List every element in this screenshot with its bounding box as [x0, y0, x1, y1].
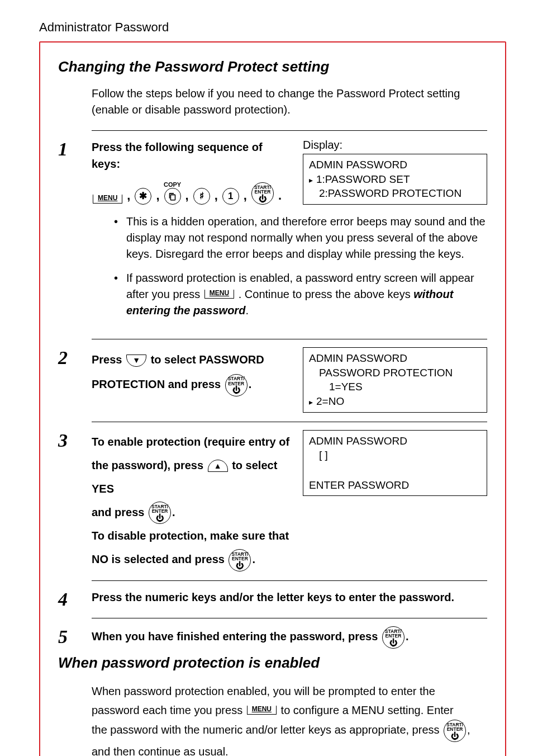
- page-number: 32: [46, 754, 58, 756]
- step-2: 2 Press ▼ to select PASSWORD PROTECTION …: [58, 347, 487, 413]
- copy-key-icon: [164, 188, 181, 205]
- start-enter-key-icon: START/ ENTER ⏻: [382, 626, 404, 649]
- display-label: Display:: [303, 139, 487, 152]
- key-sequence: MENU , ✱ , , ♯ , 1 ,: [92, 182, 293, 205]
- hash-key-icon: ♯: [193, 188, 210, 205]
- menu-key-icon: MENU: [204, 290, 234, 299]
- step1-bullet-1: This is a hidden operation, and therefor…: [114, 214, 487, 262]
- display-box-2: ADMIN PASSWORD PASSWORD PROTECTION 1=YES…: [303, 347, 487, 413]
- seq-period: .: [278, 186, 282, 205]
- step-number-1: 1: [58, 139, 92, 159]
- svg-rect-0: [170, 195, 175, 200]
- step-5: 5 When you have finished entering the pa…: [58, 626, 487, 649]
- start-enter-key-icon: START/ ENTER ⏻: [251, 182, 274, 205]
- step-number-2: 2: [58, 347, 92, 367]
- display-box-3: ADMIN PASSWORD [ ] ENTER PASSWORD: [303, 430, 487, 497]
- step1-instruction: Press the following sequence of keys:: [92, 141, 263, 170]
- step4-instruction: Press the numeric keys and/or the letter…: [92, 589, 487, 606]
- content-frame: Changing the Password Protect setting Fo…: [39, 41, 506, 756]
- intro-text: Follow the steps below if you need to ch…: [92, 86, 487, 118]
- step-4: 4 Press the numeric keys and/or the lett…: [58, 589, 487, 609]
- start-enter-key-icon: START/ ENTER ⏻: [444, 720, 466, 742]
- up-arrow-key-icon: ▲: [208, 460, 228, 472]
- one-key-icon: 1: [222, 188, 239, 205]
- step-1: 1 Press the following sequence of keys: …: [58, 139, 487, 330]
- step-3: 3 To enable protection (require entry of…: [58, 430, 487, 571]
- down-arrow-key-icon: ▼: [126, 355, 146, 367]
- section-title-1: Changing the Password Protect setting: [58, 58, 487, 75]
- star-key-icon: ✱: [135, 188, 151, 205]
- step1-bullet-2: If password protection is enabled, a pas…: [114, 270, 487, 319]
- start-enter-key-icon: START/ ENTER ⏻: [225, 374, 248, 396]
- step-number-4: 4: [58, 589, 92, 609]
- start-enter-key-icon: START/ ENTER ⏻: [149, 502, 171, 524]
- page-header: Administrator Password: [39, 20, 506, 35]
- section2-body: When password protection enabled, you wi…: [92, 682, 487, 756]
- display-box-1: ADMIN PASSWORD 1:PASSWORD SET 2:PASSWORD…: [303, 154, 487, 205]
- section-title-2: When password protection is enabled: [58, 654, 487, 672]
- menu-key-icon: MENU: [247, 706, 277, 715]
- start-enter-key-icon: START/ ENTER ⏻: [229, 549, 251, 571]
- step-number-3: 3: [58, 430, 92, 450]
- step-number-5: 5: [58, 626, 92, 646]
- menu-key-icon: MENU: [93, 195, 122, 204]
